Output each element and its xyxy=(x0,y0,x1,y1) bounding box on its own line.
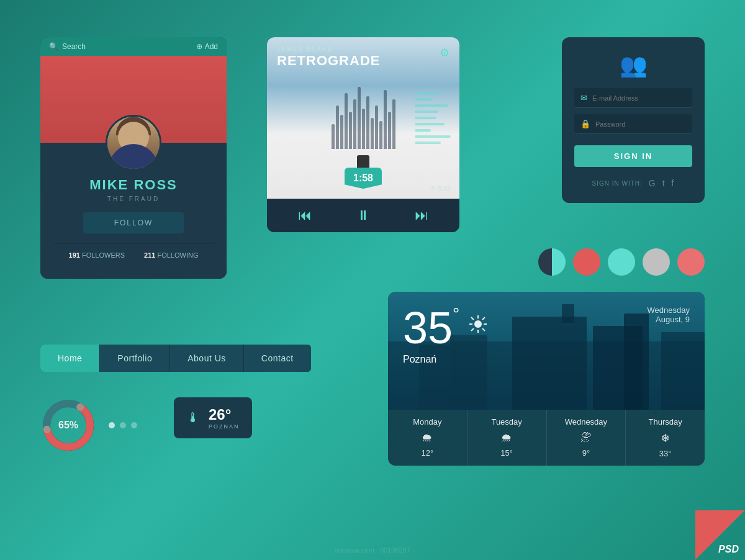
weather-main: 35° xyxy=(388,292,705,374)
navigation-bar: Home Portfolio About Us Contact xyxy=(40,345,311,372)
temperature-widget: 🌡 26° POZNAN xyxy=(174,397,252,438)
donut-chart: 65% xyxy=(40,397,96,453)
forecast-tuesday: Tuesday 🌧 15° xyxy=(467,410,547,466)
dot-2[interactable] xyxy=(120,422,126,428)
sign-in-with-label: SIGN IN WITH: xyxy=(592,180,642,187)
rain-icon-tue: 🌧 xyxy=(474,431,540,445)
player-artwork: JAMES BLAKE RETROGRADE ⚙ 1:58 ⏱ 3:32 xyxy=(267,37,459,199)
swatch-coral xyxy=(573,248,600,276)
forecast-monday: Monday 🌧 12° xyxy=(388,410,467,466)
password-input[interactable] xyxy=(595,120,686,128)
nav-contact[interactable]: Contact xyxy=(244,345,311,372)
profile-header-bg xyxy=(40,56,227,143)
rewind-button[interactable]: ⏮ xyxy=(298,207,312,224)
watermark: sucaisai.com · 00108297 xyxy=(335,546,410,554)
sign-in-with-section: SIGN IN WITH: G t f xyxy=(574,178,692,188)
following-count: 211 xyxy=(144,251,155,259)
followers-label: FOLLOWERS xyxy=(82,251,125,259)
weather-card: 35° xyxy=(388,292,705,466)
total-time: ⏱ 3:32 xyxy=(429,185,451,192)
google-icon[interactable]: G xyxy=(649,178,656,188)
rain-icon-mon: 🌧 xyxy=(394,431,461,445)
following-label: FOLLOWING xyxy=(157,251,198,259)
nav-portfolio[interactable]: Portfolio xyxy=(100,345,170,372)
add-label: Add xyxy=(205,42,218,51)
profile-stats: 191 FOLLOWERS 211 FOLLOWING xyxy=(53,243,214,266)
search-label: Search xyxy=(62,42,86,51)
svg-line-17 xyxy=(482,328,485,331)
facebook-icon[interactable]: f xyxy=(672,178,675,188)
email-field[interactable]: ✉ xyxy=(574,88,692,108)
svg-point-11 xyxy=(474,320,482,328)
search-icon: 🔍 xyxy=(49,42,58,51)
profile-name: MIKE ROSS xyxy=(53,177,214,193)
forward-button[interactable]: ⏭ xyxy=(415,207,428,224)
nav-home[interactable]: Home xyxy=(40,345,100,372)
player-header: JAMES BLAKE RETROGRADE ⚙ xyxy=(267,37,459,74)
followers-stat: 191 FOLLOWERS xyxy=(69,251,125,259)
svg-line-16 xyxy=(471,317,474,320)
weather-sun-icon xyxy=(468,314,488,336)
storm-icon-wed: ⛈ xyxy=(553,431,620,445)
avatar xyxy=(106,115,161,171)
music-player: JAMES BLAKE RETROGRADE ⚙ 1:58 ⏱ 3:32 ⏮ ⏸… xyxy=(267,37,459,232)
password-field[interactable]: 🔒 xyxy=(574,114,692,134)
swatch-dark-teal xyxy=(538,248,566,276)
weather-day: Wednesday xyxy=(648,305,690,315)
followers-count: 191 xyxy=(69,251,80,259)
weather-forecast: Monday 🌧 12° Tuesday 🌧 15° Wednesday ⛈ 9… xyxy=(388,410,705,466)
weather-date: Wednesday August, 9 xyxy=(648,305,690,324)
email-input[interactable] xyxy=(592,94,686,102)
temp-city: POZNAN xyxy=(209,423,240,430)
forecast-wednesday: Wednesday ⛈ 9° xyxy=(547,410,626,466)
player-controls: ⏮ ⏸ ⏭ xyxy=(267,199,459,232)
login-card: 👥 ✉ 🔒 SIGN IN SIGN IN WITH: G t f xyxy=(562,37,705,203)
email-icon: ✉ xyxy=(580,93,587,102)
thermometer-icon: 🌡 xyxy=(186,410,200,426)
profile-subtitle: THE FRAUD xyxy=(53,196,214,202)
time-icon: ⏱ xyxy=(429,185,436,192)
player-artist: JAMES BLAKE xyxy=(277,46,380,53)
nav-about[interactable]: About Us xyxy=(170,345,244,372)
follow-button[interactable]: FOLLOW xyxy=(83,212,184,233)
current-time: 1:58 xyxy=(345,168,382,189)
color-swatches xyxy=(538,248,705,276)
weather-temperature: 35° xyxy=(403,305,459,350)
donut-section: 65% xyxy=(40,397,137,453)
snow-icon-thu: ❄ xyxy=(632,431,698,445)
search-area[interactable]: 🔍 Search xyxy=(49,42,86,51)
donut-percent: 65% xyxy=(58,420,78,431)
profile-card: 🔍 Search ⊕ Add MIKE ROSS THE FRAUD FOLLO… xyxy=(40,37,227,279)
psd-label: PSD xyxy=(718,544,739,555)
temp-value: 26° xyxy=(209,406,240,423)
gear-icon[interactable]: ⚙ xyxy=(440,46,449,60)
following-stat: 211 FOLLOWING xyxy=(144,251,198,259)
psd-badge: PSD xyxy=(695,510,745,560)
swatch-gray xyxy=(643,248,670,276)
plus-icon: ⊕ xyxy=(196,42,202,51)
player-title: RETROGRADE xyxy=(277,53,380,69)
pause-button[interactable]: ⏸ xyxy=(356,207,370,224)
swatch-salmon xyxy=(677,248,705,276)
dot-1[interactable] xyxy=(109,422,115,428)
sign-in-button[interactable]: SIGN IN xyxy=(574,145,692,167)
profile-top-bar: 🔍 Search ⊕ Add xyxy=(40,37,227,56)
lock-icon: 🔒 xyxy=(580,119,590,129)
forecast-thursday: Thursday ❄ 33° xyxy=(626,410,705,466)
svg-line-19 xyxy=(471,328,474,331)
swatch-teal xyxy=(608,248,635,276)
twitter-icon[interactable]: t xyxy=(662,178,666,188)
add-area[interactable]: ⊕ Add xyxy=(196,42,218,51)
weather-month-day: August, 9 xyxy=(648,315,690,324)
weather-city: Poznań xyxy=(403,354,488,365)
users-icon: 👥 xyxy=(574,52,692,78)
dot-3[interactable] xyxy=(131,422,137,428)
svg-line-18 xyxy=(482,317,485,320)
dots-indicator xyxy=(109,422,137,428)
